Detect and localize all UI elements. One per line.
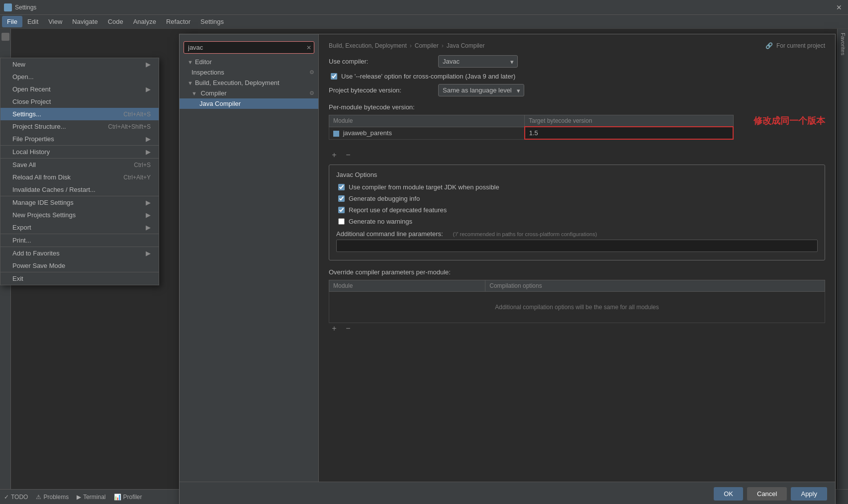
use-module-jdk-checkbox[interactable] xyxy=(338,184,345,190)
menu-item-open-recent[interactable]: Open Recent ▶ xyxy=(0,83,159,95)
menu-item-close-project[interactable]: Close Project xyxy=(0,95,159,108)
problems-button[interactable]: ⚠ Problems xyxy=(36,494,69,501)
menu-settings[interactable]: Settings xyxy=(195,16,229,27)
debugging-info-checkbox[interactable] xyxy=(338,195,345,202)
menu-item-reload[interactable]: Reload All from Disk Ctrl+Alt+Y xyxy=(0,171,159,183)
search-input[interactable] xyxy=(184,41,314,54)
settings-tree: ✕ ▼ Editor Inspections ⚙ ▼ Build, Execut xyxy=(180,34,319,482)
override-label: Override compiler parameters per-module: xyxy=(329,268,825,276)
todo-label: TODO xyxy=(11,494,28,501)
favorites-label: Favorites xyxy=(840,33,846,55)
override-options-col: Compilation options xyxy=(485,280,825,292)
target-version-cell[interactable]: 1.5 xyxy=(525,127,733,139)
menu-view[interactable]: View xyxy=(43,16,67,27)
gear-icon: ⚙ xyxy=(309,69,314,76)
apply-button[interactable]: Apply xyxy=(791,487,827,501)
cmd-input[interactable] xyxy=(336,240,818,252)
settings-content: Build, Execution, Deployment › Compiler … xyxy=(319,34,835,482)
tree-item-inspections[interactable]: Inspections ⚙ xyxy=(180,67,318,78)
project-bytecode-row: Project bytecode version: Same as langua… xyxy=(329,84,825,96)
project-bytecode-select-wrapper: Same as language level xyxy=(438,84,524,96)
option-no-warnings: Generate no warnings xyxy=(336,218,818,225)
project-bytecode-select[interactable]: Same as language level xyxy=(438,84,524,96)
bytecode-table-toolbar: + − xyxy=(329,150,825,161)
title-bar-text: Settings xyxy=(15,4,36,11)
todo-icon: ✓ xyxy=(4,494,9,501)
ok-button[interactable]: OK xyxy=(714,487,743,501)
module-col-header: Module xyxy=(329,115,525,127)
menu-item-invalidate[interactable]: Invalidate Caches / Restart... xyxy=(0,183,159,196)
add-module-button[interactable]: + xyxy=(329,150,340,161)
annotation-text: 修改成同一个版本 xyxy=(754,115,825,127)
option-deprecated: Report use of deprecated features xyxy=(336,206,818,214)
menu-item-power-save[interactable]: Power Save Mode xyxy=(0,259,159,272)
menu-file[interactable]: File xyxy=(2,16,22,27)
file-dropdown-menu: New ▶ Open... Open Recent ▶ Close Projec… xyxy=(0,58,159,285)
search-wrapper: ✕ xyxy=(180,38,318,57)
cmd-hint: ('/' recommended in paths for cross-plat… xyxy=(453,231,597,237)
remove-module-button[interactable]: − xyxy=(343,150,354,161)
menu-item-file-properties[interactable]: File Properties ▶ xyxy=(0,133,159,145)
tree-item-compiler[interactable]: ▼ Compiler ⚙ xyxy=(180,88,318,98)
profiler-button[interactable]: 📊 Profiler xyxy=(114,494,142,501)
override-table: Module Compilation options Additional co… xyxy=(329,280,825,323)
deprecated-checkbox[interactable] xyxy=(338,207,345,213)
override-empty-cell: Additional compilation options will be t… xyxy=(329,292,825,323)
menu-item-new-projects[interactable]: New Projects Settings ▶ xyxy=(0,209,159,221)
app-icon xyxy=(4,3,12,11)
cross-compile-label: Use '--release' option for cross-compila… xyxy=(341,73,515,80)
close-button[interactable]: ✕ xyxy=(834,2,844,12)
target-col-header: Target bytecode version xyxy=(525,115,733,127)
javac-options-title: Javac Options xyxy=(336,171,818,178)
menu-item-settings[interactable]: Settings... Ctrl+Alt+S xyxy=(0,108,159,120)
menu-item-exit[interactable]: Exit xyxy=(0,272,159,285)
menu-item-manage-ide[interactable]: Manage IDE Settings ▶ xyxy=(0,196,159,209)
add-override-button[interactable]: + xyxy=(329,323,340,334)
use-module-jdk-label: Use compiler from module target JDK when… xyxy=(349,183,499,191)
menu-item-local-history[interactable]: Local History ▶ xyxy=(0,145,159,158)
remove-override-button[interactable]: − xyxy=(343,323,354,334)
menu-item-add-favorites[interactable]: Add to Favorites ▶ xyxy=(0,247,159,259)
option-debugging-info: Generate debugging info xyxy=(336,195,818,202)
use-compiler-select-wrapper: Javac xyxy=(438,55,518,68)
option-use-module-jdk: Use compiler from module target JDK when… xyxy=(336,183,818,191)
breadcrumb-java-compiler: Java Compiler xyxy=(447,42,485,49)
menu-item-open[interactable]: Open... xyxy=(0,71,159,83)
title-bar: Settings ✕ xyxy=(0,0,848,15)
tree-item-editor[interactable]: ▼ Editor xyxy=(180,57,318,67)
javac-options-box: Javac Options Use compiler from module t… xyxy=(329,165,825,260)
per-module-label: Per-module bytecode version: xyxy=(329,103,825,111)
dialog-buttons: OK Cancel Apply xyxy=(180,482,835,504)
profiler-icon: 📊 xyxy=(114,494,121,501)
menu-code[interactable]: Code xyxy=(103,16,128,27)
override-empty-row: Additional compilation options will be t… xyxy=(329,292,825,323)
terminal-label: Terminal xyxy=(83,494,105,501)
main-container: New ▶ Open... Open Recent ▶ Close Projec… xyxy=(0,29,848,489)
bytecode-table-container: Module Target bytecode version javaweb_p… xyxy=(329,115,734,146)
menu-refactor[interactable]: Refactor xyxy=(161,16,195,27)
menu-item-project-structure[interactable]: Project Structure... Ctrl+Alt+Shift+S xyxy=(0,120,159,133)
terminal-button[interactable]: ▶ Terminal xyxy=(77,494,105,501)
tree-item-build[interactable]: ▼ Build, Execution, Deployment xyxy=(180,78,318,88)
menu-edit[interactable]: Edit xyxy=(22,16,43,27)
menu-analyze[interactable]: Analyze xyxy=(128,16,161,27)
module-icon xyxy=(333,131,339,137)
use-compiler-label: Use compiler: xyxy=(329,58,438,65)
search-clear-button[interactable]: ✕ xyxy=(306,44,311,51)
menu-item-export[interactable]: Export ▶ xyxy=(0,221,159,234)
deprecated-label: Report use of deprecated features xyxy=(349,206,447,214)
no-warnings-checkbox[interactable] xyxy=(338,218,345,225)
table-row: javaweb_parents 1.5 xyxy=(329,127,734,139)
cross-compile-checkbox[interactable] xyxy=(331,73,337,80)
breadcrumb-build: Build, Execution, Deployment xyxy=(329,42,407,49)
menu-item-new[interactable]: New ▶ xyxy=(0,58,159,71)
menu-item-print[interactable]: Print... xyxy=(0,234,159,247)
menu-navigate[interactable]: Navigate xyxy=(67,16,102,27)
todo-button[interactable]: ✓ TODO xyxy=(4,494,28,501)
cancel-button[interactable]: Cancel xyxy=(747,487,787,501)
tree-item-java-compiler[interactable]: Java Compiler xyxy=(180,98,318,109)
menu-item-save-all[interactable]: Save All Ctrl+S xyxy=(0,158,159,171)
use-compiler-select[interactable]: Javac xyxy=(438,55,518,68)
project-sidebar-icon xyxy=(1,33,9,41)
project-bytecode-label: Project bytecode version: xyxy=(329,86,438,94)
